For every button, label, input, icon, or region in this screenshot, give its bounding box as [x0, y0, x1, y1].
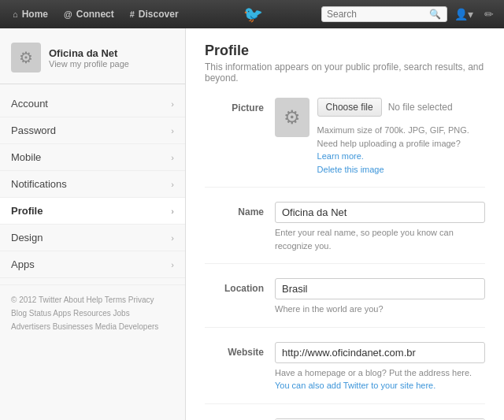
avatar: ⚙ — [11, 43, 41, 72]
sidebar-item-mobile-label: Mobile — [11, 151, 41, 163]
footer-line3: Advertisers Businesses Media Developers — [11, 320, 174, 333]
sidebar-item-account-label: Account — [11, 98, 48, 110]
sidebar-profile: ⚙ Oficina da Net View my profile page — [0, 36, 185, 84]
footer-line1: © 2012 Twitter About Help Terms Privacy — [11, 293, 174, 307]
nav-center: 🐦 — [188, 5, 318, 24]
avatar-icon: ⚙ — [19, 48, 33, 67]
sidebar-item-password[interactable]: Password › — [0, 117, 185, 144]
sidebar-item-notifications-label: Notifications — [11, 178, 67, 190]
sidebar-item-profile[interactable]: Profile › — [0, 198, 185, 225]
chevron-right-icon: › — [171, 206, 174, 216]
search-icon: 🔍 — [429, 9, 441, 20]
website-hint1: Have a homepage or a blog? Put the addre… — [275, 368, 472, 377]
name-row: Name Enter your real name, so people you… — [205, 202, 485, 264]
website-add-twitter-link[interactable]: You can also add Twitter to your site he… — [275, 381, 435, 390]
picture-row: Picture ⚙ Choose file No file selected M… — [205, 98, 485, 188]
picture-file-row: Choose file No file selected — [317, 98, 485, 117]
home-icon: ⌂ — [13, 9, 18, 19]
twitter-bird-icon: 🐦 — [243, 5, 263, 24]
search-input[interactable] — [327, 9, 429, 20]
profile-info: Oficina da Net View my profile page — [49, 47, 129, 69]
sidebar-footer: © 2012 Twitter About Help Terms Privacy … — [0, 284, 185, 341]
sidebar-item-design-label: Design — [11, 232, 43, 243]
picture-hint1: Maximum size of 700k. JPG, GIF, PNG. — [317, 125, 469, 135]
page-title: Profile — [205, 43, 485, 59]
search-box: 🔍 — [321, 6, 447, 22]
main-layout: ⚙ Oficina da Net View my profile page Ac… — [0, 28, 504, 420]
name-field: Enter your real name, so people you know… — [275, 202, 485, 252]
profile-name: Oficina da Net — [49, 47, 129, 59]
chevron-right-icon: › — [171, 260, 174, 269]
location-field: Where in the world are you? — [275, 278, 485, 316]
sidebar-item-account[interactable]: Account › — [0, 91, 185, 117]
chevron-right-icon: › — [171, 180, 174, 189]
at-icon: @ — [64, 9, 72, 19]
sidebar: ⚙ Oficina da Net View my profile page Ac… — [0, 28, 186, 420]
profile-sub: View my profile page — [49, 59, 129, 69]
picture-field: ⚙ Choose file No file selected Maximum s… — [275, 98, 485, 176]
picture-hint: Maximum size of 700k. JPG, GIF, PNG. Nee… — [317, 124, 485, 176]
connect-label: Connect — [76, 9, 114, 20]
picture-hint2: Need help uploading a profile image? — [317, 139, 461, 148]
page-subtitle: This information appears on your public … — [205, 61, 485, 84]
location-input[interactable] — [275, 278, 485, 299]
chevron-right-icon: › — [171, 99, 174, 109]
user-menu-button[interactable]: 👤▾ — [450, 6, 477, 22]
connect-nav-button[interactable]: @ Connect — [57, 6, 120, 23]
location-row: Location Where in the world are you? — [205, 278, 485, 328]
picture-label: Picture — [205, 98, 264, 113]
home-nav-button[interactable]: ⌂ Home — [6, 6, 54, 23]
discover-nav-button[interactable]: # Discover — [124, 6, 185, 23]
choose-file-button[interactable]: Choose file — [317, 98, 382, 117]
sidebar-item-profile-label: Profile — [11, 205, 43, 217]
sidebar-item-password-label: Password — [11, 125, 56, 136]
discover-label: Discover — [139, 9, 179, 20]
footer-line2: Blog Status Apps Resources Jobs — [11, 307, 174, 320]
no-file-text: No file selected — [388, 102, 453, 113]
compose-tweet-button[interactable]: ✏ — [480, 6, 498, 22]
picture-thumbnail: ⚙ — [275, 98, 309, 137]
sidebar-item-apps-label: Apps — [11, 258, 35, 270]
website-hint: Have a homepage or a blog? Put the addre… — [275, 366, 485, 392]
sidebar-menu: Account › Password › Mobile › Notificati… — [0, 91, 185, 278]
sidebar-item-notifications[interactable]: Notifications › — [0, 171, 185, 198]
hash-icon: # — [130, 9, 135, 19]
location-label: Location — [205, 278, 264, 294]
gear-icon: ⚙ — [284, 106, 301, 128]
website-field: Have a homepage or a blog? Put the addre… — [275, 342, 485, 392]
sidebar-item-design[interactable]: Design › — [0, 225, 185, 251]
name-input[interactable] — [275, 202, 485, 223]
top-navigation: ⌂ Home @ Connect # Discover 🐦 🔍 👤▾ ✏ — [0, 0, 504, 28]
sidebar-item-mobile[interactable]: Mobile › — [0, 144, 185, 171]
chevron-right-icon: › — [171, 126, 174, 136]
chevron-right-icon: › — [171, 233, 174, 243]
picture-container: ⚙ Choose file No file selected Maximum s… — [275, 98, 485, 176]
chevron-right-icon: › — [171, 153, 174, 162]
name-label: Name — [205, 202, 264, 217]
name-hint: Enter your real name, so people you know… — [275, 226, 485, 252]
website-row: Website Have a homepage or a blog? Put t… — [205, 342, 485, 404]
main-content: Profile This information appears on your… — [186, 28, 504, 420]
delete-image-link[interactable]: Delete this image — [317, 165, 384, 174]
picture-learn-more-link[interactable]: Learn more. — [317, 151, 364, 161]
location-hint: Where in the world are you? — [275, 303, 485, 316]
sidebar-item-apps[interactable]: Apps › — [0, 251, 185, 278]
website-input[interactable] — [275, 342, 485, 363]
website-label: Website — [205, 342, 264, 358]
home-label: Home — [22, 9, 48, 20]
picture-controls: Choose file No file selected Maximum siz… — [317, 98, 485, 176]
